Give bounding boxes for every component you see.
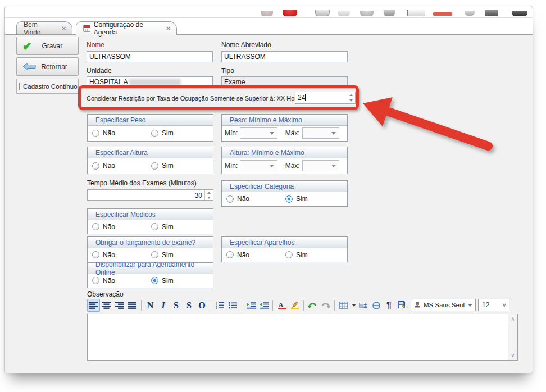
vertical-scrollbar[interactable]: ∧ ∨ (508, 314, 517, 360)
radio-option-sim[interactable]: Sim (151, 277, 210, 285)
chevron-down-icon (331, 132, 336, 135)
table-dropdown-icon[interactable] (350, 299, 357, 312)
bold-icon[interactable]: N (144, 299, 157, 312)
radio-option-sim[interactable]: Sim (285, 251, 344, 259)
paragraph-marks-icon[interactable]: ¶ (383, 299, 395, 312)
italic-icon[interactable]: I (157, 299, 170, 312)
overline-icon[interactable]: O (195, 299, 208, 312)
altura-max-dropdown[interactable] (302, 160, 339, 171)
nome-abreviado-input[interactable] (221, 51, 348, 62)
group-title: Altura: Mínimo e Máximo (222, 147, 347, 158)
scroll-up-icon[interactable]: ∧ (508, 314, 517, 323)
clipped-toolbar-icon (485, 10, 498, 16)
nome-input[interactable] (87, 51, 213, 62)
peso-max-dropdown[interactable] (302, 127, 339, 139)
radio-option-nao[interactable]: Não (92, 162, 151, 170)
radio-icon[interactable] (92, 277, 99, 284)
calendar-icon (83, 25, 90, 32)
spin-down-button[interactable] (347, 98, 355, 103)
clipped-toolbar-icon (407, 10, 425, 16)
indent-decrease-icon[interactable] (257, 299, 270, 312)
retornar-button[interactable]: Retornar (16, 57, 79, 76)
tab-close-icon[interactable]: ✕ (62, 25, 66, 31)
radio-option-sim[interactable]: Sim (285, 195, 344, 203)
radio-icon[interactable] (92, 130, 99, 137)
radio-icon[interactable] (92, 162, 99, 170)
bullet-list-icon[interactable] (226, 299, 239, 312)
group-especificar-peso: Especificar Peso Não Sim (87, 114, 213, 142)
redo-icon[interactable] (319, 299, 332, 312)
radio-icon[interactable] (92, 223, 99, 230)
indent-increase-icon[interactable] (244, 299, 257, 312)
radio-icon[interactable] (285, 195, 293, 203)
group-title: Obrigar o lançamento de exame? (88, 237, 213, 248)
save-document-icon[interactable] (395, 299, 408, 312)
group-altura-minmax: Altura: Mínimo e Máximo Mín: Máx: (221, 147, 348, 174)
clipped-toolbar-icon (384, 10, 395, 16)
font-name-dropdown[interactable]: MS Sans Serif (411, 299, 476, 311)
align-right-icon[interactable] (113, 299, 126, 312)
cadastro-continuo-checkbox[interactable] (19, 83, 20, 90)
tab-close-icon[interactable]: ✕ (166, 25, 171, 31)
radio-option-sim[interactable]: Sim (151, 223, 210, 231)
tipo-value: Exame (224, 78, 245, 86)
radio-icon[interactable] (151, 223, 158, 230)
radio-label: Sim (162, 251, 174, 259)
gravar-button[interactable]: ✔ Gravar (16, 37, 79, 55)
observacao-label: Observação (87, 290, 124, 298)
unidade-label: Unidade (87, 67, 112, 75)
underline-icon[interactable]: S (170, 299, 183, 312)
spin-up-button[interactable] (347, 92, 355, 98)
radio-option-nao[interactable]: Não (226, 195, 285, 203)
align-left-icon[interactable] (87, 299, 100, 312)
tab-configuracao-agenda[interactable]: Configuração de Agenda ✕ (76, 21, 177, 35)
radio-icon[interactable] (226, 251, 234, 258)
tab-bem-vindo[interactable]: Bem Vindo ✕ (16, 21, 72, 35)
clipped-toolbar-icon (465, 11, 475, 16)
toolbar-divider (5, 17, 533, 18)
insert-object-icon[interactable] (357, 299, 370, 312)
font-size-dropdown[interactable]: 12 ˅ (478, 299, 509, 311)
group-title: Especificar Altura (88, 147, 213, 158)
radio-option-nao[interactable]: Não (92, 223, 151, 231)
strikethrough-icon[interactable]: S (183, 299, 195, 312)
radio-label: Não (237, 195, 249, 203)
radio-option-sim[interactable]: Sim (151, 129, 210, 137)
radio-icon[interactable] (285, 251, 293, 258)
richtext-toolbar: N I S S O 123 A (87, 299, 408, 312)
radio-option-sim[interactable]: Sim (151, 251, 210, 259)
radio-icon[interactable] (151, 162, 158, 170)
undo-icon[interactable] (306, 299, 319, 312)
group-especificar-altura: Especificar Altura Não Sim (87, 147, 213, 174)
radio-option-nao[interactable]: Não (92, 277, 151, 285)
radio-option-nao[interactable]: Não (92, 251, 151, 259)
radio-icon[interactable] (151, 130, 158, 137)
radio-icon[interactable] (226, 195, 234, 203)
radio-option-sim[interactable]: Sim (151, 162, 210, 170)
group-title: Especificar Aparelhos (222, 237, 347, 248)
tempo-medio-label: Tempo Médio dos Exames (Minutos) (87, 179, 197, 187)
tempo-medio-spinner[interactable]: 30 (87, 189, 213, 201)
insert-table-icon[interactable] (337, 299, 350, 312)
observacao-textarea[interactable]: ∧ ∨ (87, 314, 518, 361)
spin-up-button[interactable] (205, 190, 213, 195)
restricao-spinner[interactable]: 24 (295, 92, 356, 104)
peso-min-dropdown[interactable] (240, 127, 277, 139)
scroll-down-icon[interactable]: ∨ (508, 351, 517, 360)
radio-icon[interactable] (151, 277, 158, 284)
altura-min-dropdown[interactable] (240, 160, 277, 171)
radio-option-nao[interactable]: Não (226, 251, 285, 259)
spin-down-button[interactable] (205, 195, 213, 201)
align-justify-icon[interactable] (126, 299, 139, 312)
nome-abreviado-label: Nome Abreviado (221, 41, 271, 49)
align-center-icon[interactable] (100, 299, 113, 312)
highlight-color-icon[interactable] (288, 299, 301, 312)
radio-icon[interactable] (151, 251, 158, 258)
font-color-icon[interactable]: A (275, 299, 288, 312)
numbered-list-icon[interactable]: 123 (213, 299, 226, 312)
radio-option-nao[interactable]: Não (92, 129, 151, 137)
radio-icon[interactable] (92, 251, 99, 258)
chevron-down-icon (270, 132, 274, 135)
radio-label: Sim (162, 277, 174, 285)
insert-symbol-icon[interactable] (370, 299, 383, 312)
